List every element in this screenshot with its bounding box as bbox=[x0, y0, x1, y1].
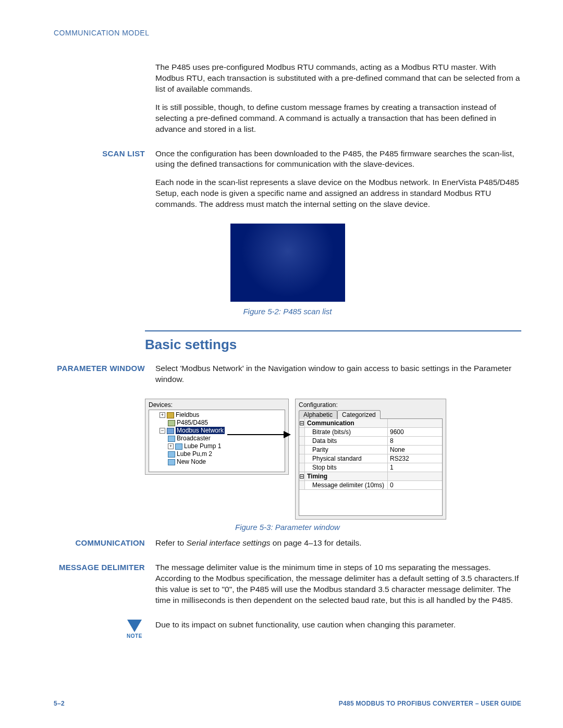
row-parity-val: None bbox=[388, 446, 442, 454]
row-parity[interactable]: ParityNone bbox=[299, 446, 442, 454]
tree-broadcaster-label: Broadcaster bbox=[177, 435, 211, 442]
annotation-arrow bbox=[227, 434, 290, 435]
parameter-window-figure: Devices: +Fieldbus P485/D485 –Modbus Net… bbox=[145, 399, 521, 520]
footer-page-number: 5–2 bbox=[54, 700, 65, 707]
group-communication-label: Communication bbox=[305, 419, 388, 427]
message-delimiter-label: MESSAGE DELIMITER bbox=[54, 562, 155, 613]
tree-lube2[interactable]: Lube Pu,m 2 bbox=[151, 450, 283, 458]
group-timing-label: Timing bbox=[305, 472, 388, 480]
devices-panel: Devices: +Fieldbus P485/D485 –Modbus Net… bbox=[145, 399, 289, 475]
message-delimiter-p1: The message delimiter value is the minim… bbox=[155, 562, 521, 606]
tree-p485[interactable]: P485/D485 bbox=[151, 419, 283, 427]
figure-scan-list-image bbox=[230, 224, 345, 302]
communication-text: Refer to Serial interface settings on pa… bbox=[155, 538, 521, 549]
page-footer: 5–2 P485 MODBUS TO PROFIBUS CONVERTER – … bbox=[54, 700, 521, 707]
row-databits-val: 8 bbox=[388, 437, 442, 445]
side-label-empty bbox=[54, 62, 155, 142]
note-icon bbox=[127, 620, 142, 632]
row-stopbits-key: Stop bits bbox=[305, 463, 388, 472]
row-databits-key: Data bits bbox=[305, 437, 388, 445]
row-physical-key: Physical standard bbox=[305, 454, 388, 463]
tab-alphabetic[interactable]: Alphabetic bbox=[299, 410, 337, 419]
section-divider bbox=[145, 330, 521, 331]
intro-p2: It is still possible, though, to define … bbox=[155, 102, 521, 135]
row-bitrate-key: Bitrate (bits/s) bbox=[305, 428, 388, 436]
tree-newnode[interactable]: New Node bbox=[151, 458, 283, 466]
scan-list-p1: Once the configuration has been download… bbox=[155, 149, 521, 170]
parameter-window-label: PARAMETER WINDOW bbox=[54, 363, 155, 392]
tree-lube1[interactable]: +Lube Pump 1 bbox=[151, 442, 283, 450]
row-bitrate[interactable]: Bitrate (bits/s)9600 bbox=[299, 428, 442, 437]
row-delimiter-key: Message delimiter (10ms) bbox=[305, 481, 388, 489]
configuration-label: Configuration: bbox=[299, 401, 443, 409]
group-timing[interactable]: ⊟Timing bbox=[299, 472, 442, 481]
row-bitrate-val: 9600 bbox=[388, 428, 442, 436]
parameter-window-p1: Select 'Modbus Network' in the Navigatio… bbox=[155, 363, 521, 385]
tree-lube1-label: Lube Pump 1 bbox=[184, 442, 221, 450]
row-delimiter-val: 0 bbox=[388, 481, 442, 489]
communication-text-post: on page 4–13 for details. bbox=[271, 538, 362, 547]
message-delimiter-note: Due to its impact on subnet functionalit… bbox=[155, 620, 521, 631]
tree-broadcaster[interactable]: Broadcaster bbox=[151, 435, 283, 442]
tree-modbus-network[interactable]: –Modbus Network bbox=[151, 427, 283, 435]
row-databits[interactable]: Data bits8 bbox=[299, 437, 442, 446]
intro-p1: The P485 uses pre-configured Modbus RTU … bbox=[155, 62, 521, 95]
tree-fieldbus[interactable]: +Fieldbus bbox=[151, 411, 283, 419]
property-grid[interactable]: ⊟Communication Bitrate (bits/s)9600 Data… bbox=[299, 418, 443, 516]
communication-text-em: Serial interface settings bbox=[186, 538, 270, 547]
tree-newnode-label: New Node bbox=[177, 458, 206, 465]
tree-lube2-label: Lube Pu,m 2 bbox=[177, 450, 212, 458]
communication-text-pre: Refer to bbox=[155, 538, 186, 547]
tree-modbus-network-label: Modbus Network bbox=[176, 427, 225, 434]
row-stopbits[interactable]: Stop bits1 bbox=[299, 463, 442, 472]
devices-label: Devices: bbox=[149, 401, 285, 409]
devices-tree[interactable]: +Fieldbus P485/D485 –Modbus Network Broa… bbox=[149, 410, 285, 472]
tree-p485-label: P485/D485 bbox=[177, 419, 208, 426]
row-physical[interactable]: Physical standardRS232 bbox=[299, 454, 442, 463]
row-stopbits-val: 1 bbox=[388, 463, 442, 472]
group-communication[interactable]: ⊟Communication bbox=[299, 419, 442, 428]
row-parity-key: Parity bbox=[305, 446, 388, 454]
note-icon-label: NOTE bbox=[124, 633, 145, 639]
configuration-panel: Configuration: AlphabeticCategorized ⊟Co… bbox=[295, 399, 446, 520]
communication-label: COMMUNICATION bbox=[54, 538, 155, 556]
footer-guide-title: P485 MODBUS TO PROFIBUS CONVERTER – USER… bbox=[339, 700, 521, 707]
basic-settings-heading: Basic settings bbox=[145, 337, 521, 353]
row-physical-val: RS232 bbox=[388, 454, 442, 463]
tree-fieldbus-label: Fieldbus bbox=[176, 411, 199, 418]
tab-categorized[interactable]: Categorized bbox=[337, 410, 381, 419]
row-delimiter[interactable]: Message delimiter (10ms)0 bbox=[299, 481, 442, 490]
page-header: COMMUNICATION MODEL bbox=[54, 29, 521, 37]
scan-list-label: SCAN LIST bbox=[54, 149, 155, 218]
figure-scan-list-caption: Figure 5-2: P485 scan list bbox=[54, 307, 521, 316]
scan-list-p2: Each node in the scan-list represents a … bbox=[155, 177, 521, 210]
figure-parameter-window-caption: Figure 5-3: Parameter window bbox=[54, 523, 521, 532]
